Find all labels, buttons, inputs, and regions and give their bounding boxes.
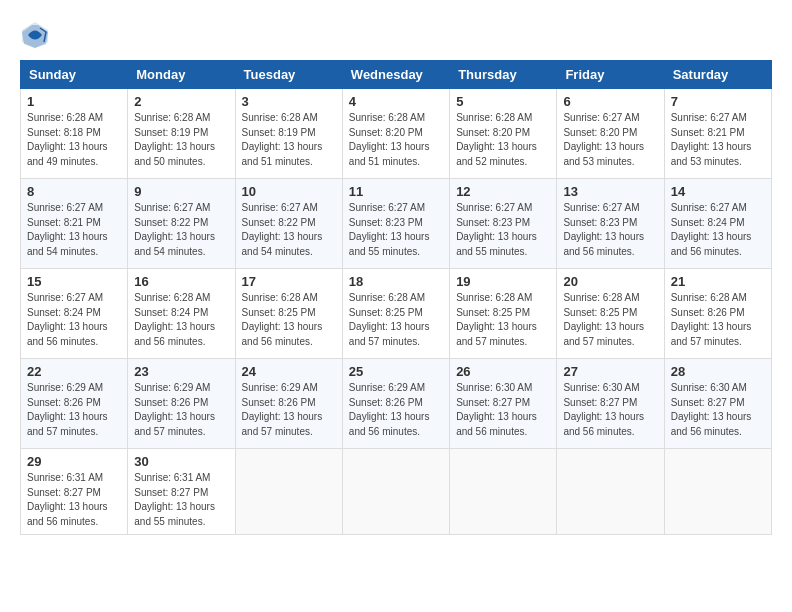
day-info: Sunrise: 6:28 AMSunset: 8:19 PMDaylight:…: [134, 111, 228, 169]
day-info: Sunrise: 6:27 AMSunset: 8:21 PMDaylight:…: [27, 201, 121, 259]
day-info: Sunrise: 6:27 AMSunset: 8:24 PMDaylight:…: [671, 201, 765, 259]
day-number: 11: [349, 184, 443, 199]
day-cell: 28Sunrise: 6:30 AMSunset: 8:27 PMDayligh…: [664, 359, 771, 449]
day-cell: 11Sunrise: 6:27 AMSunset: 8:23 PMDayligh…: [342, 179, 449, 269]
day-info: Sunrise: 6:29 AMSunset: 8:26 PMDaylight:…: [349, 381, 443, 439]
logo-icon: [20, 20, 50, 50]
day-info: Sunrise: 6:29 AMSunset: 8:26 PMDaylight:…: [242, 381, 336, 439]
day-info: Sunrise: 6:28 AMSunset: 8:25 PMDaylight:…: [242, 291, 336, 349]
day-info: Sunrise: 6:27 AMSunset: 8:23 PMDaylight:…: [563, 201, 657, 259]
header-saturday: Saturday: [664, 61, 771, 89]
day-cell: 2Sunrise: 6:28 AMSunset: 8:19 PMDaylight…: [128, 89, 235, 179]
day-info: Sunrise: 6:28 AMSunset: 8:25 PMDaylight:…: [349, 291, 443, 349]
day-number: 22: [27, 364, 121, 379]
day-info: Sunrise: 6:27 AMSunset: 8:23 PMDaylight:…: [456, 201, 550, 259]
day-cell: 1Sunrise: 6:28 AMSunset: 8:18 PMDaylight…: [21, 89, 128, 179]
day-info: Sunrise: 6:27 AMSunset: 8:21 PMDaylight:…: [671, 111, 765, 169]
day-info: Sunrise: 6:28 AMSunset: 8:24 PMDaylight:…: [134, 291, 228, 349]
day-number: 9: [134, 184, 228, 199]
day-number: 7: [671, 94, 765, 109]
day-cell: 18Sunrise: 6:28 AMSunset: 8:25 PMDayligh…: [342, 269, 449, 359]
header-monday: Monday: [128, 61, 235, 89]
day-number: 23: [134, 364, 228, 379]
day-info: Sunrise: 6:27 AMSunset: 8:20 PMDaylight:…: [563, 111, 657, 169]
header-sunday: Sunday: [21, 61, 128, 89]
day-cell: 15Sunrise: 6:27 AMSunset: 8:24 PMDayligh…: [21, 269, 128, 359]
week-row-5: 29Sunrise: 6:31 AMSunset: 8:27 PMDayligh…: [21, 449, 772, 535]
day-number: 29: [27, 454, 121, 469]
day-cell: 10Sunrise: 6:27 AMSunset: 8:22 PMDayligh…: [235, 179, 342, 269]
day-number: 27: [563, 364, 657, 379]
day-number: 5: [456, 94, 550, 109]
day-number: 10: [242, 184, 336, 199]
day-number: 1: [27, 94, 121, 109]
day-cell: 22Sunrise: 6:29 AMSunset: 8:26 PMDayligh…: [21, 359, 128, 449]
day-cell: 4Sunrise: 6:28 AMSunset: 8:20 PMDaylight…: [342, 89, 449, 179]
day-cell: 8Sunrise: 6:27 AMSunset: 8:21 PMDaylight…: [21, 179, 128, 269]
day-cell: [450, 449, 557, 535]
header-tuesday: Tuesday: [235, 61, 342, 89]
day-info: Sunrise: 6:27 AMSunset: 8:24 PMDaylight:…: [27, 291, 121, 349]
day-cell: [342, 449, 449, 535]
day-cell: 5Sunrise: 6:28 AMSunset: 8:20 PMDaylight…: [450, 89, 557, 179]
day-info: Sunrise: 6:31 AMSunset: 8:27 PMDaylight:…: [27, 471, 121, 529]
day-cell: 9Sunrise: 6:27 AMSunset: 8:22 PMDaylight…: [128, 179, 235, 269]
day-cell: [235, 449, 342, 535]
day-info: Sunrise: 6:27 AMSunset: 8:22 PMDaylight:…: [242, 201, 336, 259]
day-number: 25: [349, 364, 443, 379]
day-cell: 17Sunrise: 6:28 AMSunset: 8:25 PMDayligh…: [235, 269, 342, 359]
day-cell: 20Sunrise: 6:28 AMSunset: 8:25 PMDayligh…: [557, 269, 664, 359]
week-row-4: 22Sunrise: 6:29 AMSunset: 8:26 PMDayligh…: [21, 359, 772, 449]
day-cell: 6Sunrise: 6:27 AMSunset: 8:20 PMDaylight…: [557, 89, 664, 179]
day-cell: 29Sunrise: 6:31 AMSunset: 8:27 PMDayligh…: [21, 449, 128, 535]
day-info: Sunrise: 6:28 AMSunset: 8:19 PMDaylight:…: [242, 111, 336, 169]
day-number: 17: [242, 274, 336, 289]
day-number: 8: [27, 184, 121, 199]
header-wednesday: Wednesday: [342, 61, 449, 89]
day-number: 28: [671, 364, 765, 379]
day-cell: [664, 449, 771, 535]
day-info: Sunrise: 6:28 AMSunset: 8:25 PMDaylight:…: [456, 291, 550, 349]
day-number: 18: [349, 274, 443, 289]
day-cell: 25Sunrise: 6:29 AMSunset: 8:26 PMDayligh…: [342, 359, 449, 449]
day-number: 20: [563, 274, 657, 289]
day-number: 30: [134, 454, 228, 469]
day-number: 16: [134, 274, 228, 289]
week-row-3: 15Sunrise: 6:27 AMSunset: 8:24 PMDayligh…: [21, 269, 772, 359]
day-number: 19: [456, 274, 550, 289]
day-number: 13: [563, 184, 657, 199]
day-info: Sunrise: 6:30 AMSunset: 8:27 PMDaylight:…: [456, 381, 550, 439]
day-cell: 16Sunrise: 6:28 AMSunset: 8:24 PMDayligh…: [128, 269, 235, 359]
day-number: 24: [242, 364, 336, 379]
day-cell: 13Sunrise: 6:27 AMSunset: 8:23 PMDayligh…: [557, 179, 664, 269]
day-cell: 3Sunrise: 6:28 AMSunset: 8:19 PMDaylight…: [235, 89, 342, 179]
day-number: 21: [671, 274, 765, 289]
day-info: Sunrise: 6:29 AMSunset: 8:26 PMDaylight:…: [27, 381, 121, 439]
day-cell: 19Sunrise: 6:28 AMSunset: 8:25 PMDayligh…: [450, 269, 557, 359]
day-info: Sunrise: 6:29 AMSunset: 8:26 PMDaylight:…: [134, 381, 228, 439]
day-info: Sunrise: 6:28 AMSunset: 8:26 PMDaylight:…: [671, 291, 765, 349]
day-number: 12: [456, 184, 550, 199]
header-thursday: Thursday: [450, 61, 557, 89]
day-info: Sunrise: 6:28 AMSunset: 8:20 PMDaylight:…: [456, 111, 550, 169]
day-info: Sunrise: 6:30 AMSunset: 8:27 PMDaylight:…: [671, 381, 765, 439]
day-cell: 23Sunrise: 6:29 AMSunset: 8:26 PMDayligh…: [128, 359, 235, 449]
day-cell: 14Sunrise: 6:27 AMSunset: 8:24 PMDayligh…: [664, 179, 771, 269]
day-number: 26: [456, 364, 550, 379]
calendar-table: SundayMondayTuesdayWednesdayThursdayFrid…: [20, 60, 772, 535]
day-number: 2: [134, 94, 228, 109]
day-info: Sunrise: 6:27 AMSunset: 8:22 PMDaylight:…: [134, 201, 228, 259]
week-row-2: 8Sunrise: 6:27 AMSunset: 8:21 PMDaylight…: [21, 179, 772, 269]
day-info: Sunrise: 6:28 AMSunset: 8:18 PMDaylight:…: [27, 111, 121, 169]
day-info: Sunrise: 6:31 AMSunset: 8:27 PMDaylight:…: [134, 471, 228, 529]
logo: [20, 20, 54, 50]
week-row-1: 1Sunrise: 6:28 AMSunset: 8:18 PMDaylight…: [21, 89, 772, 179]
header: [20, 20, 772, 50]
header-row: SundayMondayTuesdayWednesdayThursdayFrid…: [21, 61, 772, 89]
day-cell: 26Sunrise: 6:30 AMSunset: 8:27 PMDayligh…: [450, 359, 557, 449]
day-number: 14: [671, 184, 765, 199]
day-number: 3: [242, 94, 336, 109]
day-cell: 21Sunrise: 6:28 AMSunset: 8:26 PMDayligh…: [664, 269, 771, 359]
day-cell: 30Sunrise: 6:31 AMSunset: 8:27 PMDayligh…: [128, 449, 235, 535]
day-cell: 12Sunrise: 6:27 AMSunset: 8:23 PMDayligh…: [450, 179, 557, 269]
